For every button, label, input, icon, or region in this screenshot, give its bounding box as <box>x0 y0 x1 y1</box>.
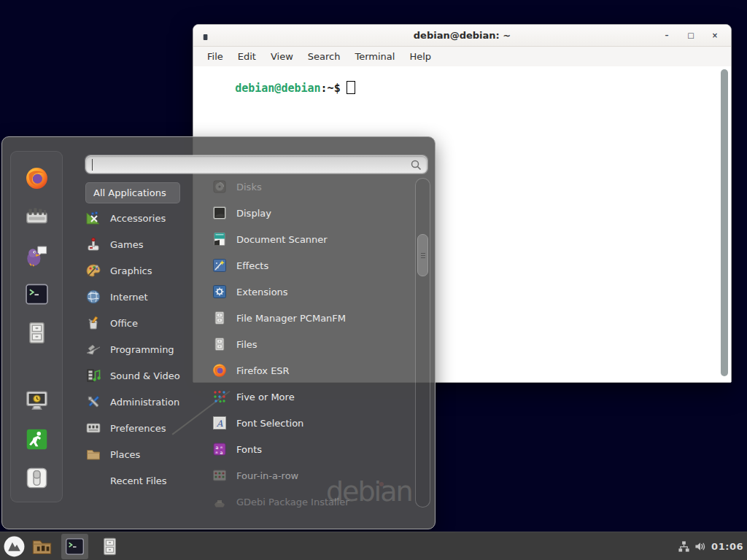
favorite-screensaver[interactable] <box>25 389 49 413</box>
terminal-menu-edit[interactable]: Edit <box>231 47 263 66</box>
app-label: Fonts <box>236 444 262 455</box>
file-cabinet-icon <box>212 337 227 351</box>
category-label: Preferences <box>110 423 166 434</box>
network-icon[interactable] <box>678 540 690 553</box>
app-label: Font Selection <box>236 418 303 429</box>
app-label: Four-in-a-row <box>236 470 298 481</box>
blank-icon <box>85 472 101 489</box>
app-list-scrollbar[interactable] <box>415 178 430 508</box>
app-fonts[interactable]: aaaaFonts <box>212 436 411 462</box>
category-programming[interactable]: Programming <box>85 336 211 362</box>
svg-text:a: a <box>220 450 223 456</box>
taskbar-files-launcher[interactable] <box>100 537 120 556</box>
terminal-scrollbar[interactable] <box>720 69 729 378</box>
close-button[interactable]: × <box>708 25 722 46</box>
taskbar-file-manager-launcher[interactable] <box>31 536 53 557</box>
app-font-selection[interactable]: AFont Selection <box>212 410 411 436</box>
app-label: Five or More <box>236 392 295 402</box>
category-label: Games <box>110 239 143 250</box>
terminal-window-icon <box>203 31 209 39</box>
taskbar-menu-button[interactable] <box>3 535 26 558</box>
favorite-shutdown[interactable] <box>25 466 49 490</box>
app-five-or-more[interactable]: Five or More <box>212 384 411 410</box>
four-in-a-row-icon <box>212 468 227 483</box>
favorite-file-manager[interactable] <box>25 321 49 345</box>
terminal-scrollbar-thumb[interactable] <box>721 69 728 376</box>
terminal-menu-search[interactable]: Search <box>301 47 348 66</box>
terminal-menu-view[interactable]: View <box>263 47 301 66</box>
extensions-icon <box>212 284 227 299</box>
category-label: Places <box>110 449 140 460</box>
category-recent-files[interactable]: Recent Files <box>85 467 211 494</box>
font-selection-icon: A <box>212 416 227 430</box>
category-games[interactable]: Games <box>85 231 211 257</box>
app-disks[interactable]: Disks <box>212 174 411 200</box>
category-label: Sound & Video <box>110 370 180 381</box>
favorite-logout[interactable] <box>25 427 49 451</box>
category-label: Accessories <box>110 213 166 224</box>
app-gdebi-package-installer[interactable]: GDebi Package Installer <box>212 489 411 515</box>
places-icon <box>85 446 101 462</box>
category-internet[interactable]: Internet <box>85 284 211 310</box>
svg-text:a: a <box>220 445 222 449</box>
app-file-manager-pcmanfm[interactable]: File Manager PCManFM <box>212 305 411 331</box>
app-display[interactable]: Display <box>212 200 411 226</box>
category-list: AccessoriesGamesGraphicsInternetOfficePr… <box>85 205 211 494</box>
application-list: DisksDisplayDocument ScannerEffectsExten… <box>212 174 411 515</box>
filter-all-applications[interactable]: All Applications <box>85 182 180 203</box>
favorite-firefox[interactable] <box>25 166 49 190</box>
app-four-in-a-row[interactable]: Four-in-a-row <box>212 462 411 489</box>
app-label: Firefox ESR <box>236 365 290 376</box>
minimize-button[interactable]: – <box>659 25 674 46</box>
favorite-input-settings[interactable] <box>25 205 49 229</box>
category-label: Internet <box>110 292 148 303</box>
fonts-icon: aaaa <box>212 442 227 456</box>
category-administration[interactable]: Administration <box>85 389 211 415</box>
terminal-menu-file[interactable]: File <box>200 47 231 66</box>
search-input[interactable] <box>85 155 427 174</box>
prompt-tail: :~$ <box>321 82 341 95</box>
app-label: Disks <box>236 182 262 192</box>
favorite-pidgin[interactable] <box>25 244 49 268</box>
category-preferences[interactable]: Preferences <box>85 415 211 441</box>
search-icon <box>410 159 422 171</box>
taskbar: 01:06 <box>0 532 747 560</box>
category-label: Office <box>110 318 138 329</box>
favorites-sidebar <box>10 151 63 502</box>
text-caret <box>92 159 93 171</box>
effects-icon <box>212 258 227 273</box>
clock: 01:06 <box>711 541 743 552</box>
internet-icon <box>85 289 101 305</box>
category-sound-video[interactable]: Sound & Video <box>85 362 211 389</box>
document-scanner-icon <box>212 232 227 246</box>
app-list-scrollbar-thumb[interactable] <box>417 234 428 276</box>
taskbar-terminal-task[interactable] <box>61 534 88 559</box>
volume-icon[interactable] <box>694 540 707 553</box>
app-effects[interactable]: Effects <box>212 252 411 279</box>
prompt-user: debian@debian <box>235 82 320 95</box>
app-files[interactable]: Files <box>212 331 411 357</box>
category-office[interactable]: Office <box>85 310 211 336</box>
app-document-scanner[interactable]: Document Scanner <box>212 226 411 252</box>
terminal-icon <box>65 537 85 556</box>
category-label: Administration <box>110 397 179 408</box>
administration-icon <box>85 394 101 410</box>
terminal-menu-terminal[interactable]: Terminal <box>347 47 402 66</box>
category-places[interactable]: Places <box>85 441 211 467</box>
graphics-icon <box>85 262 101 279</box>
sound-video-icon <box>85 368 101 384</box>
preferences-icon <box>85 420 101 436</box>
svg-text:a: a <box>215 450 217 454</box>
terminal-titlebar[interactable]: debian@debian: ~ – □ × <box>193 25 731 47</box>
terminal-menu-help[interactable]: Help <box>402 47 438 66</box>
window-title: debian@debian: ~ <box>193 25 731 46</box>
gdebi-icon <box>212 494 227 509</box>
category-graphics[interactable]: Graphics <box>85 257 211 284</box>
app-firefox-esr[interactable]: Firefox ESR <box>212 357 411 384</box>
maximize-button[interactable]: □ <box>684 25 698 46</box>
app-extensions[interactable]: Extensions <box>212 279 411 305</box>
category-label: Recent Files <box>110 475 167 486</box>
category-accessories[interactable]: Accessories <box>85 205 211 231</box>
app-label: Document Scanner <box>236 234 328 245</box>
favorite-terminal[interactable] <box>25 282 49 306</box>
